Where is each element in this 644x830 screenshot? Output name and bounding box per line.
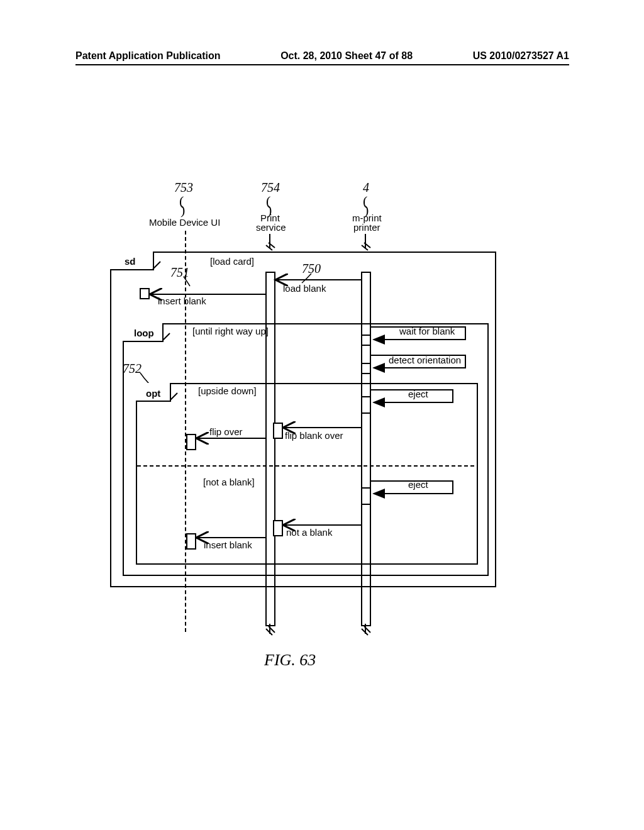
exec-box-print-flip [273,423,283,439]
msg-eject-1: eject [408,389,428,399]
msg-wait-for-blank: wait for blank [399,326,455,336]
msg-detect-orientation: detect orientation [389,355,461,365]
lifeline-mprint-top-stub [365,234,366,248]
page-root: Patent Application Publication Oct. 28, … [0,0,644,830]
msg-insert-blank: insert blank [158,296,206,306]
loop-label: loop [134,328,154,338]
figure-caption: FIG. 63 [264,651,316,670]
guard-upside-down: [upside down] [198,385,257,396]
exec-box-mobile-1 [140,288,150,299]
exec-box-mobile-insert2 [186,533,196,550]
msg-load-blank: load blank [283,283,326,294]
sequence-diagram: 753 ( ) 754 ( ) 4 ( ) Mobile Device UI P… [0,0,644,830]
msg-flip-blank-over: flip blank over [285,430,343,441]
lifeline-mprint-bottom: printer [353,222,380,233]
msg-flip-over: flip over [209,426,243,437]
ref-750: 750 [302,262,321,276]
exec-box-mprint-detect [361,363,371,374]
lifeline-print-bottom-stub [269,624,270,634]
opt-divider [137,465,474,467]
msg-eject-2: eject [408,479,428,490]
lifeline-mobile-label: Mobile Device UI [149,217,220,228]
lifeline-mprint-bottom-stub [365,624,366,634]
guard-until-right: [until right way up] [192,326,269,336]
paren-icon: ) [180,202,185,218]
msg-not-a-blank: not a blank [286,527,332,538]
sd-label: sd [125,256,136,267]
guard-not-blank: [not a blank] [203,477,255,487]
exec-box-mprint-eject1 [361,396,371,414]
lifeline-print-top-stub [269,234,270,248]
exec-box-mobile-flip [186,434,196,450]
exec-box-print-notblank [273,520,283,536]
ref-751: 751 [170,265,189,280]
ref-752: 752 [123,362,142,376]
guard-load-card: [load card] [210,256,254,267]
exec-box-mprint-eject2 [361,487,371,505]
opt-label: opt [146,388,160,399]
exec-box-mprint-wait [361,335,371,346]
msg-insert-blank-2: insert blank [204,540,252,550]
lifeline-print-service-bottom: service [256,222,286,233]
